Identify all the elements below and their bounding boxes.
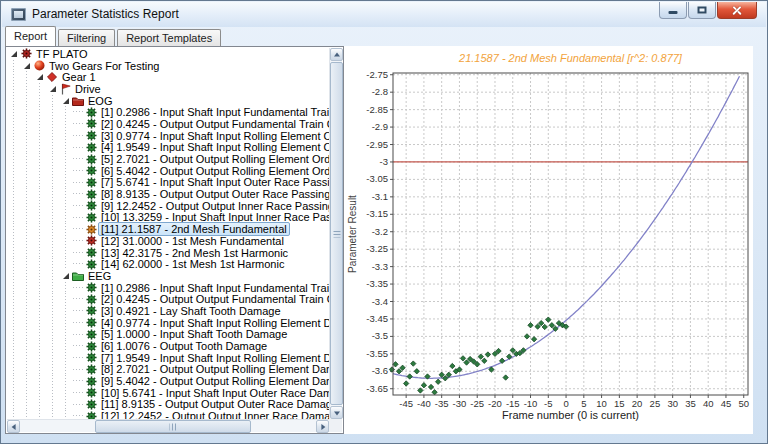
expander-icon[interactable] [60, 273, 71, 279]
tree-indent-guide [47, 410, 60, 419]
tree-connector [73, 352, 84, 364]
minimize-button[interactable] [659, 2, 687, 19]
tree-indent-guide [21, 71, 34, 83]
tree-indent-guide [34, 375, 47, 387]
parameter-tree: TF PLATO Two Gears For Testing Gear 1 Dr… [8, 48, 329, 419]
tree-connector [73, 200, 84, 212]
tree-item-label: [14] 62.0000 - 1st Mesh 1st Harmonic [98, 257, 287, 271]
tree-indent-guide [8, 364, 21, 376]
tree-indent-guide [8, 329, 21, 341]
tree-indent-guide [34, 387, 47, 399]
tree-item[interactable]: [14] 62.0000 - 1st Mesh 1st Harmonic [8, 258, 329, 270]
tree-indent-guide [47, 247, 60, 259]
tree-indent-guide [8, 305, 21, 317]
tree-indent-guide [8, 247, 21, 259]
tree-indent-guide [47, 95, 60, 107]
svg-text:-3.65: -3.65 [366, 383, 388, 394]
tab-report[interactable]: Report [5, 26, 56, 46]
tree-indent-guide [47, 282, 60, 294]
tree-indent-guide [8, 317, 21, 329]
svg-text:5: 5 [581, 398, 586, 409]
gear-green-icon [84, 107, 98, 118]
gear-green-icon [84, 177, 98, 188]
window-title: Parameter Statistics Report [32, 2, 179, 27]
tree-vertical-scrollbar[interactable] [329, 48, 342, 419]
vertical-scroll-thumb[interactable] [330, 62, 343, 405]
tree-indent-guide [8, 375, 21, 387]
tree-indent-guide [47, 317, 60, 329]
expander-icon[interactable] [60, 98, 71, 104]
svg-text:45: 45 [721, 398, 732, 409]
svg-text:20: 20 [632, 398, 643, 409]
tree-indent-guide [21, 364, 34, 376]
scroll-up-button[interactable] [330, 48, 343, 61]
scroll-right-button[interactable] [316, 420, 329, 433]
svg-text:-45: -45 [399, 398, 413, 409]
tab-report-templates[interactable]: Report Templates [117, 29, 221, 46]
tree-indent-guide [34, 212, 47, 224]
expander-icon[interactable] [34, 74, 45, 80]
tree-indent-guide [60, 212, 73, 224]
horizontal-scroll-thumb[interactable] [95, 420, 251, 433]
tree-indent-guide [60, 293, 73, 305]
tree-indent-guide [60, 364, 73, 376]
tree-indent-guide [60, 106, 73, 118]
diamond-red-icon [45, 71, 59, 83]
tree-indent-guide [8, 153, 21, 165]
tree-indent-guide [60, 352, 73, 364]
tree-panel: TF PLATO Two Gears For Testing Gear 1 Dr… [5, 46, 344, 434]
expander-icon[interactable] [21, 63, 32, 69]
tree-indent-guide [47, 165, 60, 177]
svg-text:-3.1: -3.1 [372, 191, 388, 202]
tree-indent-guide [21, 188, 34, 200]
tree-indent-guide [60, 387, 73, 399]
svg-text:-2.9: -2.9 [372, 121, 388, 132]
tree-indent-guide [21, 282, 34, 294]
tree-indent-guide [21, 340, 34, 352]
tree-item[interactable]: Gear 1 [8, 71, 329, 83]
tree-indent-guide [34, 165, 47, 177]
maximize-button[interactable] [688, 2, 716, 19]
tree-indent-guide [47, 340, 60, 352]
gear-green-icon [84, 387, 98, 398]
thumb-grip-icon [170, 423, 177, 430]
tree-item[interactable]: Two Gears For Testing [8, 60, 329, 72]
svg-text:-2.85: -2.85 [366, 104, 388, 115]
tree-indent-guide [21, 130, 34, 142]
tree-indent-guide [21, 95, 34, 107]
tree-indent-guide [34, 95, 47, 107]
scroll-left-button[interactable] [7, 420, 20, 433]
arrow-right-icon [321, 424, 325, 430]
tree-indent-guide [21, 329, 34, 341]
tree-indent-guide [47, 399, 60, 411]
titlebar[interactable]: Parameter Statistics Report [2, 2, 766, 27]
tree-indent-guide [60, 177, 73, 189]
expander-icon[interactable] [8, 51, 19, 57]
tree-indent-guide [21, 375, 34, 387]
tree-indent-guide [34, 130, 47, 142]
tree-connector [73, 177, 84, 189]
tree-item[interactable]: [12] 12.2452 - Output Output Inner Race … [8, 410, 329, 419]
svg-text:-3.6: -3.6 [372, 365, 388, 376]
gear-red-icon [19, 48, 33, 59]
scroll-down-button[interactable] [330, 406, 343, 419]
close-button[interactable] [717, 2, 757, 19]
arrow-up-icon [334, 52, 340, 56]
tree-indent-guide [47, 387, 60, 399]
parameter-statistics-chart: -45-40-35-30-25-20-15-10-505101520253035… [344, 46, 753, 432]
tree-indent-guide [8, 212, 21, 224]
tree-connector [73, 387, 84, 399]
tab-filtering[interactable]: Filtering [58, 29, 115, 46]
svg-text:Frame number (0 is current): Frame number (0 is current) [502, 409, 639, 421]
tree-item[interactable]: Drive [8, 83, 329, 95]
expander-icon[interactable] [47, 86, 58, 92]
tree-connector [73, 212, 84, 224]
svg-text:-40: -40 [417, 398, 431, 409]
tree-horizontal-scrollbar[interactable] [7, 419, 329, 432]
tree-connector [73, 188, 84, 200]
gear-green-icon [84, 154, 98, 165]
tree-connector [73, 118, 84, 130]
gear-crimson-icon [84, 235, 98, 246]
tree-indent-guide [8, 258, 21, 270]
tree-indent-guide [60, 247, 73, 259]
